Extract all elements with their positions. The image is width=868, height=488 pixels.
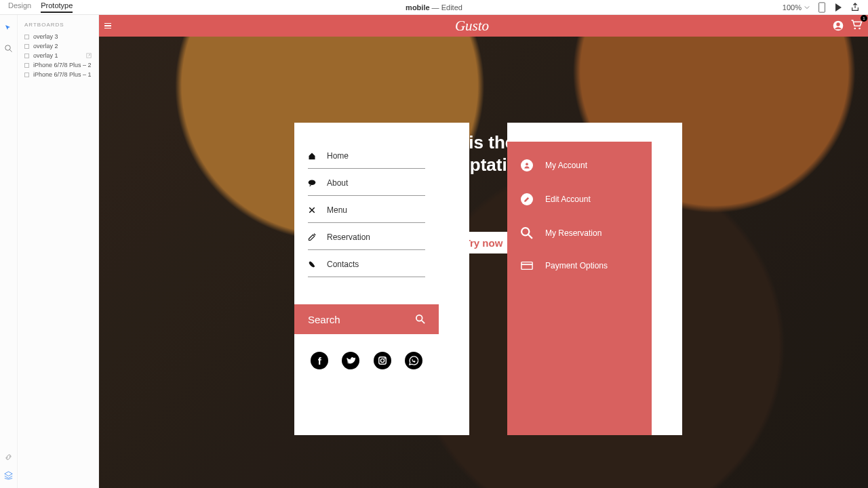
home-icon xyxy=(308,152,316,160)
goto-icon xyxy=(86,53,92,58)
chevron-down-icon xyxy=(804,5,810,10)
search-outline-icon xyxy=(521,227,533,239)
tab-design[interactable]: Design xyxy=(8,1,31,13)
edit-icon xyxy=(308,233,316,241)
tab-prototype[interactable]: Prototype xyxy=(41,1,73,13)
svg-rect-14 xyxy=(521,262,532,270)
svg-point-13 xyxy=(521,228,529,235)
instagram-icon[interactable] xyxy=(374,352,391,369)
svg-rect-0 xyxy=(819,2,825,12)
chat-icon xyxy=(308,179,316,187)
artboard-overlay-1[interactable]: Home About Menu Reservation Contacts xyxy=(294,123,469,435)
panel-section-title: ARTBOARDS xyxy=(24,22,94,28)
user-circle-icon xyxy=(521,159,533,171)
hero-text: Gusto is the newtemptation xyxy=(99,131,264,176)
select-tool-icon[interactable] xyxy=(5,24,13,33)
mode-tabs: Design Prototype xyxy=(8,1,73,13)
device-preview-icon[interactable] xyxy=(818,2,826,13)
share-icon[interactable] xyxy=(850,3,860,12)
account-edit[interactable]: Edit Account xyxy=(507,182,652,216)
svg-rect-15 xyxy=(521,264,532,265)
layer-row[interactable]: overlay 1 xyxy=(22,51,94,60)
nav-reservation[interactable]: Reservation xyxy=(294,223,439,250)
layer-row[interactable]: iPhone 6/7/8 Plus – 1 xyxy=(22,70,94,79)
svg-point-12 xyxy=(526,163,528,165)
utensils-icon xyxy=(308,206,316,214)
canvas[interactable]: ✊ ne 6/7/8 Plus – 2 overlay 1 overlay 2 … xyxy=(99,15,868,488)
phone-icon xyxy=(308,260,316,268)
hamburger-icon[interactable] xyxy=(104,22,111,30)
facebook-icon[interactable]: f xyxy=(311,352,328,369)
search-icon xyxy=(416,314,425,324)
artboards-panel: ARTBOARDS overlay 3 overlay 2 overlay 1 … xyxy=(18,15,99,488)
zoom-control[interactable]: 100% xyxy=(783,3,810,12)
document-title: mobile — Edited xyxy=(406,3,462,12)
layers-icon[interactable] xyxy=(4,471,13,480)
svg-point-11 xyxy=(384,358,385,359)
app-topbar: Design Prototype mobile — Edited 100% xyxy=(0,0,868,15)
account-payment[interactable]: Payment Options xyxy=(507,250,652,281)
play-icon[interactable] xyxy=(834,3,842,12)
link-icon[interactable] xyxy=(4,453,13,462)
artboard-overlay-2[interactable]: My Account Edit Account My Reservation P… xyxy=(507,123,682,435)
svg-point-8 xyxy=(416,315,422,321)
pencil-circle-icon xyxy=(521,193,533,205)
search-bar[interactable]: Search xyxy=(294,304,439,334)
svg-point-10 xyxy=(380,359,384,362)
layer-row[interactable]: iPhone 6/7/8 Plus – 2 xyxy=(22,60,94,70)
twitter-icon[interactable] xyxy=(342,352,359,369)
nav-contacts[interactable]: Contacts xyxy=(294,250,439,277)
search-placeholder: Search xyxy=(308,314,340,325)
svg-point-7 xyxy=(309,180,316,186)
layer-row[interactable]: overlay 2 xyxy=(22,41,94,51)
zoom-tool-icon[interactable] xyxy=(5,45,13,53)
svg-point-1 xyxy=(5,45,10,51)
nav-menu[interactable]: Menu xyxy=(294,196,439,223)
tool-rail xyxy=(0,15,18,488)
social-row: f xyxy=(294,334,439,387)
nav-home[interactable]: Home xyxy=(294,142,439,169)
card-icon xyxy=(521,261,533,270)
account-my-account[interactable]: My Account xyxy=(507,148,652,182)
whatsapp-icon[interactable] xyxy=(405,352,422,369)
artboard-iphone-2[interactable]: Gusto 1 Gusto is the newtemptation Try n… xyxy=(99,15,264,327)
nav-about[interactable]: About xyxy=(294,169,439,196)
account-reservation[interactable]: My Reservation xyxy=(507,216,652,250)
layer-row[interactable]: overlay 3 xyxy=(22,32,94,41)
